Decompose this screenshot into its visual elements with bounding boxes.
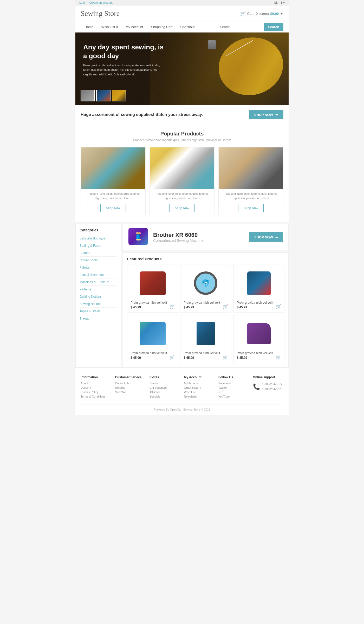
add-to-cart-2[interactable]: 🛒 — [223, 304, 228, 309]
machine-svg-container: 🧵 — [128, 228, 148, 245]
footer-link-terms[interactable]: Terms & Conditions — [81, 395, 111, 398]
footer-link-sitemap[interactable]: Site Map — [115, 391, 146, 394]
search-area: Search — [217, 23, 283, 31]
add-to-cart-3[interactable]: 🛒 — [276, 304, 281, 309]
sidebar-item-sewing-notions[interactable]: Sewing Notions — [80, 300, 117, 308]
site-logo[interactable]: Sewing Store — [81, 9, 120, 18]
sidebar-item-tapes-braids[interactable]: Tapes & Braids — [80, 308, 117, 315]
top-bar: Login Create an account EN $ v — [75, 0, 289, 5]
banner-shop-now-button[interactable]: SHOP NOW ➜ — [249, 232, 283, 242]
sidebar-item-machines[interactable]: Machines & Furniture — [80, 278, 117, 286]
footer-col-information: Information About Delivery Privacy Polic… — [81, 375, 111, 399]
footer-link-privacy[interactable]: Privacy Policy — [81, 391, 111, 394]
banner-product: 🧵 Brother XR 6060 Computerized Sewing Ma… — [128, 228, 204, 246]
footer-link-affiliates[interactable]: Affiliates — [150, 391, 180, 394]
popular-shop-now-1[interactable]: Shop Now — [100, 204, 126, 212]
feat-bottom-3: Proin gravida nibh vel velit $ 45.99 🛒 — [237, 301, 281, 309]
footer-col-follow-us: Follow Us Facebook Twitter RSS YouTube — [218, 375, 249, 399]
hero-thumbnails — [81, 90, 126, 101]
hero-thumb-2[interactable] — [96, 90, 110, 101]
cart-area[interactable]: 🛒 Cart: 0 item(s) $0.00 ▼ — [240, 11, 283, 16]
footer-phone: 📞 1-800-234-5677 1-800-234-5678 — [253, 382, 284, 392]
add-to-cart-5[interactable]: 🛒 — [223, 355, 228, 360]
popular-product-desc-1: Praesent justo dolor, lobortis quis, lob… — [81, 189, 145, 203]
login-link[interactable]: Login — [79, 1, 86, 4]
language-selector[interactable]: EN — [274, 1, 278, 4]
footer-link-youtube[interactable]: YouTube — [218, 395, 249, 398]
nav-wishlist[interactable]: Wish List 0 — [98, 22, 122, 32]
search-button[interactable]: Search — [264, 23, 283, 31]
footer-link-twitter[interactable]: Twitter — [218, 386, 249, 389]
footer-link-specials[interactable]: Specials — [150, 395, 180, 398]
hero-banner: Any day spent sewing, is a good day Proi… — [75, 32, 289, 105]
punch-tool-graphic — [247, 323, 271, 344]
hero-thumb-3[interactable] — [112, 90, 126, 101]
banner-arrow-icon: ➜ — [275, 235, 278, 239]
sidebar-item-quilting[interactable]: Quilting Notions — [80, 293, 117, 300]
sidebar-item-batting[interactable]: Batting & Foam — [80, 242, 117, 249]
footer-col-extras: Extras Brands Gift Vouchers Affiliates S… — [150, 375, 180, 399]
blue-machine-graphic — [247, 271, 271, 295]
sidebar-item-buttons[interactable]: Buttons — [80, 249, 117, 257]
header: Sewing Store 🛒 Cart: 0 item(s) $0.00 ▼ — [75, 5, 289, 22]
hero-thumb-1[interactable] — [81, 90, 95, 101]
popular-shop-now-2[interactable]: Shop Now — [169, 204, 194, 212]
sidebar-item-patterns[interactable]: Patterns — [80, 286, 117, 293]
banner-subtitle: Computerized Sewing Machine — [153, 238, 204, 243]
nav-checkout[interactable]: Checkout — [177, 22, 199, 32]
nav-cart[interactable]: Shopping Cart — [147, 22, 176, 32]
feat-price-2: $ 45.99 — [184, 306, 220, 309]
footer-link-rss[interactable]: RSS — [218, 391, 249, 394]
nav-account[interactable]: My Account — [122, 22, 147, 32]
featured-product-image-6 — [237, 318, 281, 349]
add-to-cart-6[interactable]: 🛒 — [276, 355, 281, 360]
footer-link-wish-list[interactable]: Wish List — [184, 391, 215, 394]
footer-link-brands[interactable]: Brands — [150, 382, 180, 385]
footer-follow-us-title: Follow Us — [218, 375, 249, 379]
sidebar-title: Categories — [80, 228, 117, 232]
sidebar-item-babyville[interactable]: Babyville Boutique — [80, 235, 117, 242]
popular-product-image-1 — [81, 147, 145, 189]
red-machine-graphic — [140, 271, 166, 295]
footer-link-my-account[interactable]: My Account — [184, 382, 215, 385]
footer-col-customer-service: Customer Service Contact Us Returns Site… — [115, 375, 146, 399]
footer-link-returns[interactable]: Returns — [115, 386, 146, 389]
popular-product-1: Praesent justo dolor, lobortis quis, lob… — [81, 147, 146, 215]
search-input[interactable] — [217, 23, 264, 31]
banner-machine-image: 🧵 — [128, 228, 149, 246]
footer-grid: Information About Delivery Privacy Polic… — [81, 375, 283, 399]
sidebar-item-cutting-tools[interactable]: Cutting Tools — [80, 257, 117, 264]
banner-text: Brother XR 6060 Computerized Sewing Mach… — [153, 232, 204, 243]
popular-shop-now-3[interactable]: Shop Now — [238, 204, 263, 212]
footer-link-about[interactable]: About — [81, 382, 111, 385]
footer-link-delivery[interactable]: Delivery — [81, 386, 111, 389]
sidebar-item-irons-steamers[interactable]: Irons & Steamers — [80, 271, 117, 278]
footer-link-newsletter[interactable]: Newsletter — [184, 395, 215, 398]
feat-price-1: $ 45.99 — [131, 306, 167, 309]
thread-spool-decoration — [208, 40, 216, 49]
add-to-cart-4[interactable]: 🛒 — [170, 355, 175, 360]
footer-col-support: Online support 📞 1-800-234-5677 1-800-23… — [253, 375, 284, 399]
footer-link-facebook[interactable]: Facebook — [218, 382, 249, 385]
currency-selector[interactable]: $ v — [281, 1, 285, 4]
featured-product-image-3 — [237, 268, 281, 299]
footer-link-gift-vouchers[interactable]: Gift Vouchers — [150, 386, 180, 389]
popular-product-2: Praesent justo dolor, lobortis quis, lob… — [150, 147, 214, 215]
cart-dropdown-icon[interactable]: ▼ — [280, 12, 283, 16]
add-to-cart-1[interactable]: 🛒 — [170, 304, 175, 309]
featured-product-image-4 — [131, 318, 175, 349]
teal-machine-graphic — [140, 322, 166, 345]
cart-label: Cart: — [247, 12, 255, 16]
feat-name-4: Proin gravida nibh vel velit — [131, 351, 167, 355]
tool-graphic — [197, 322, 215, 345]
sidebar-item-thread[interactable]: Thread — [80, 315, 117, 322]
promo-text: Huge assortment of sewing supplies! Stit… — [81, 112, 203, 117]
feat-bottom-5: Proin gravida nibh vel velit $ 45.99 🛒 — [184, 351, 228, 360]
nav-home[interactable]: Home — [81, 22, 98, 32]
create-account-link[interactable]: Create an account — [89, 1, 113, 4]
popular-products-grid: Praesent justo dolor, lobortis quis, lob… — [81, 147, 283, 215]
sidebar-item-fabrics[interactable]: Fabrics — [80, 264, 117, 271]
promo-shop-now-button[interactable]: SHOP NOW ➜ — [249, 110, 283, 119]
footer-link-contact[interactable]: Contact Us — [115, 382, 146, 385]
footer-link-order-history[interactable]: Order History — [184, 386, 215, 389]
